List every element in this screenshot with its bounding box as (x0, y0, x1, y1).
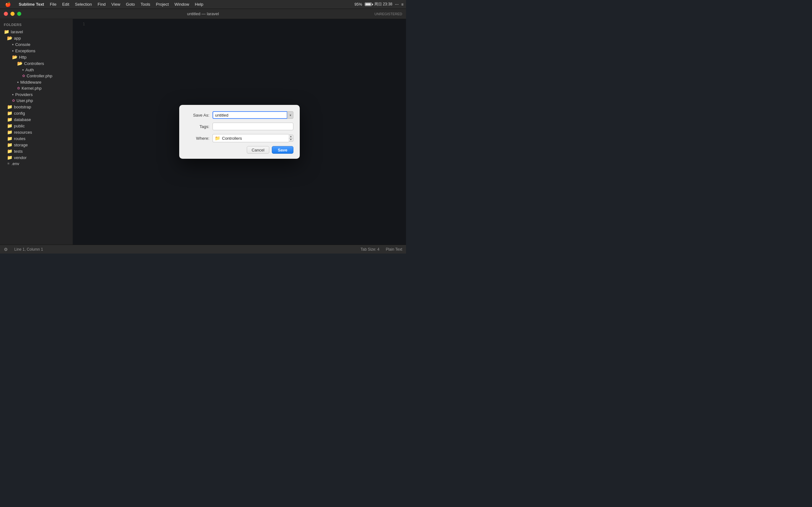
folder-icon: ▪ (12, 42, 14, 47)
dialog-buttons: Cancel Save (186, 146, 293, 154)
sidebar-item-storage[interactable]: 📁 storage (0, 142, 72, 148)
save-as-row: Save As: ▾ (186, 111, 293, 119)
sidebar-item-auth[interactable]: ▪ Auth (0, 66, 72, 73)
menu-icon[interactable]: ≡ (401, 2, 403, 7)
sidebar-item-routes[interactable]: 📁 routes (0, 135, 72, 142)
folder-icon: 📁 (4, 29, 9, 34)
minimize-button[interactable] (10, 12, 14, 16)
battery-percent: 95% (355, 2, 362, 7)
where-select[interactable]: 📁 Controllers (212, 134, 289, 142)
folder-icon: ▪ (12, 92, 14, 97)
apple-menu[interactable]: 🍎 (3, 1, 14, 8)
sidebar-item-kernel-php[interactable]: ✿ Kernel.php (0, 85, 72, 91)
where-input-wrap: 📁 Controllers ▲ ▼ (212, 134, 293, 142)
sidebar-item-controllers[interactable]: 📂 Controllers (0, 60, 72, 66)
stepper-up-icon[interactable]: ▲ (289, 135, 293, 138)
tags-row: Tags: (186, 123, 293, 130)
tags-input[interactable] (212, 123, 293, 130)
sidebar-item-label: vendor (14, 155, 27, 160)
sidebar-item-label: resources (14, 130, 32, 135)
maximize-button[interactable] (17, 12, 21, 16)
tab-size[interactable]: Tab Size: 4 (361, 247, 379, 251)
sidebar-item-controller-php[interactable]: ✿ Controller.php (0, 73, 72, 79)
sidebar-item-database[interactable]: 📁 database (0, 116, 72, 123)
save-as-label: Save As: (186, 113, 209, 118)
folder-icon: 📁 (7, 104, 12, 109)
settings-icon[interactable]: ⚙ (4, 247, 8, 252)
folders-label: FOLDERS (0, 21, 72, 29)
where-row: Where: 📁 Controllers ▲ ▼ (186, 134, 293, 142)
sidebar-item-label: config (14, 111, 25, 116)
sidebar-item-label: tests (14, 149, 22, 154)
sidebar-item-laravel[interactable]: 📁 laravel (0, 29, 72, 35)
tags-input-wrap (212, 123, 293, 130)
sidebar-item-resources[interactable]: 📁 resources (0, 129, 72, 135)
notification-icon[interactable]: ⋯ (395, 2, 399, 7)
save-button[interactable]: Save (272, 146, 293, 154)
save-as-input[interactable] (212, 111, 287, 119)
tags-label: Tags: (186, 124, 209, 129)
sidebar-item-label: Kernel.php (21, 86, 42, 91)
where-label: Where: (186, 136, 209, 141)
menu-project[interactable]: Project (154, 1, 171, 7)
sidebar-item-middleware[interactable]: ▪ Middleware (0, 79, 72, 85)
sidebar-item-bootstrap[interactable]: 📁 bootstrap (0, 104, 72, 110)
sidebar-item-exceptions[interactable]: ▪ Exceptions (0, 48, 72, 54)
sidebar-item-env[interactable]: ✳ .env (0, 161, 72, 167)
sidebar-item-label: storage (14, 143, 28, 147)
sidebar-item-http[interactable]: 📂 Http (0, 54, 72, 60)
cancel-button[interactable]: Cancel (247, 146, 269, 154)
sidebar-item-user-php[interactable]: ✿ User.php (0, 98, 72, 104)
folder-icon: 📁 (7, 130, 12, 135)
menubar: 🍎 Sublime Text File Edit Selection Find … (0, 0, 406, 9)
where-stepper[interactable]: ▲ ▼ (288, 135, 293, 142)
sidebar-item-app[interactable]: 📂 app (0, 35, 72, 41)
sidebar-item-providers[interactable]: ▪ Providers (0, 91, 72, 98)
status-right: Tab Size: 4 Plain Text (361, 247, 402, 251)
menu-sublimetext[interactable]: Sublime Text (16, 1, 47, 7)
close-button[interactable] (4, 12, 8, 16)
syntax-label[interactable]: Plain Text (386, 247, 402, 251)
save-as-dropdown[interactable]: ▾ (287, 111, 293, 119)
sidebar-item-label: app (14, 36, 21, 41)
file-icon: ✿ (22, 74, 25, 78)
menubar-left: 🍎 Sublime Text File Edit Selection Find … (3, 1, 206, 8)
menu-file[interactable]: File (47, 1, 59, 7)
save-as-input-wrap: ▾ (212, 111, 293, 119)
folder-icon: 📁 (7, 149, 12, 154)
window-controls (4, 12, 21, 16)
sidebar-item-vendor[interactable]: 📁 vendor (0, 154, 72, 161)
sidebar-item-console[interactable]: ▪ Console (0, 41, 72, 48)
where-folder-icon: 📁 (215, 135, 220, 141)
datetime: 周日 23:38 (374, 2, 392, 7)
folder-icon: 📁 (7, 136, 12, 141)
editor-area[interactable]: 1 Save As: ▾ Tags: (73, 19, 406, 245)
sidebar-item-tests[interactable]: 📁 tests (0, 148, 72, 154)
sidebar-item-label: Providers (15, 92, 33, 97)
folder-icon: ▪ (17, 79, 19, 84)
sidebar-item-label: Middleware (20, 80, 41, 84)
menu-goto[interactable]: Goto (123, 1, 137, 7)
where-value: Controllers (222, 136, 287, 141)
sidebar-item-label: laravel (11, 30, 23, 34)
statusbar: ⚙ Line 1, Column 1 Tab Size: 4 Plain Tex… (0, 245, 406, 253)
sidebar-item-label: public (14, 124, 25, 128)
menu-help[interactable]: Help (192, 1, 206, 7)
stepper-down-icon[interactable]: ▼ (289, 138, 293, 142)
menu-find[interactable]: Find (95, 1, 108, 7)
sidebar-item-public[interactable]: 📁 public (0, 123, 72, 129)
folder-icon: 📂 (12, 55, 17, 60)
folder-icon: 📂 (17, 61, 22, 66)
menu-view[interactable]: View (109, 1, 123, 7)
folder-icon: 📁 (7, 123, 12, 128)
folder-icon: 📁 (7, 142, 12, 147)
sidebar-item-label: Http (19, 55, 27, 60)
file-icon: ✳ (7, 162, 10, 166)
sidebar-item-config[interactable]: 📁 config (0, 110, 72, 116)
menu-edit[interactable]: Edit (60, 1, 72, 7)
menu-window[interactable]: Window (172, 1, 192, 7)
folder-icon: 📂 (7, 36, 12, 41)
menu-selection[interactable]: Selection (72, 1, 94, 7)
menu-tools[interactable]: Tools (138, 1, 153, 7)
sidebar-item-label: Console (15, 42, 31, 47)
